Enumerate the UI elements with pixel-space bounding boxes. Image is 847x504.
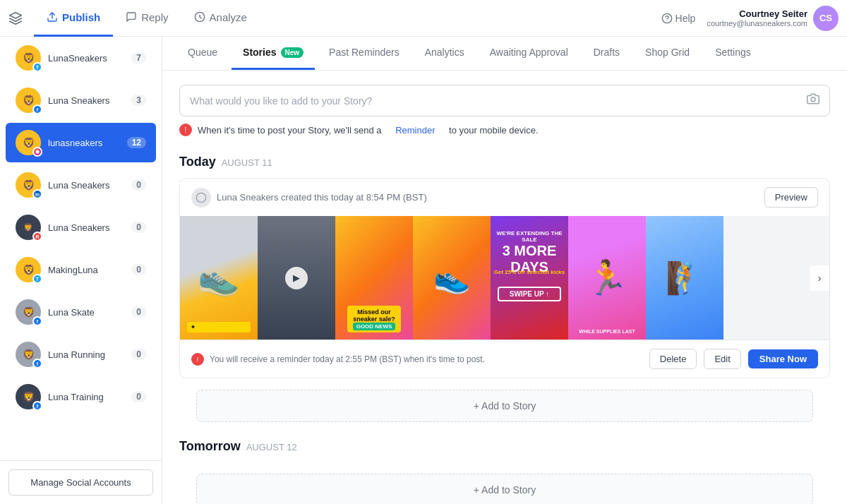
top-nav: Publish Reply Analyze Help Courtney Seit… <box>0 0 847 37</box>
tab-settings[interactable]: Settings <box>704 37 762 70</box>
main-layout: 🦁 T LunaSneakers 7 🦁 f Luna Sneakers 3 🦁… <box>0 37 847 504</box>
today-date: AUGUST 11 <box>222 157 272 168</box>
help-link[interactable]: Help <box>661 13 696 24</box>
platform-badge-twitter: T <box>32 62 42 72</box>
tomorrow-title: Tomorrow <box>179 439 241 454</box>
account-avatar: 🦁 f <box>16 384 41 409</box>
account-avatar: 🦁 T <box>16 45 41 71</box>
user-name: Courtney Seiter <box>707 8 807 19</box>
account-avatar: 🦁 R <box>16 215 41 240</box>
sidebar-item-lunasneakers-ig[interactable]: 🦁 ◉ lunasneakers 12 <box>6 123 156 162</box>
platform-badge-facebook: f <box>32 104 42 114</box>
account-avatar: 🦁 T <box>16 257 41 282</box>
story-input[interactable] <box>190 95 800 107</box>
sidebar-item-lunarunning[interactable]: 🦁 f Luna Running 0 <box>6 335 156 374</box>
platform-badge-instagram: ◉ <box>32 147 42 157</box>
platform-badge-reddit: R <box>32 232 42 241</box>
footer-reminder-icon: ! <box>191 353 204 366</box>
svg-point-4 <box>811 97 815 102</box>
story-thumb-5[interactable]: WE'RE EXTENDING THE SALE 3 MORE DAYS Get… <box>491 216 568 340</box>
sidebar: 🦁 T LunaSneakers 7 🦁 f Luna Sneakers 3 🦁… <box>0 37 162 504</box>
story-card: Luna Sneakers created this today at 8:54… <box>179 178 830 378</box>
story-thumb-3[interactable]: Missed oursneaker sale?GOOD NEWS <box>335 216 413 340</box>
story-thumb-2[interactable]: ▶ <box>258 216 335 340</box>
play-button[interactable]: ▶ <box>285 267 308 289</box>
story-image-strip: 👟 ✦ ▶ Missed oursneaker sale? <box>180 216 829 340</box>
story-input-area: ! When it's time to post your Story, we'… <box>162 71 847 143</box>
tab-past-reminders[interactable]: Past Reminders <box>318 37 411 70</box>
story-card-footer: ! You will receive a reminder today at 2… <box>180 340 829 378</box>
story-meta: Luna Sneakers created this today at 8:54… <box>191 188 427 208</box>
tomorrow-date: AUGUST 12 <box>246 442 297 452</box>
preview-button[interactable]: Preview <box>764 187 818 208</box>
reminder-icon: ! <box>179 124 192 136</box>
platform-badge-facebook: f <box>32 359 42 368</box>
tab-stories[interactable]: Stories New <box>232 37 315 70</box>
reminder-notice: ! When it's time to post your Story, we'… <box>179 124 830 136</box>
footer-reminder-text: You will receive a reminder today at 2:5… <box>210 354 485 364</box>
sidebar-item-lunaskate[interactable]: 🦁 f Luna Skate 0 <box>6 292 156 332</box>
user-email: courtney@lunasneakers.com <box>707 19 807 28</box>
delete-button[interactable]: Delete <box>649 349 697 369</box>
add-to-story-tomorrow-button[interactable]: + Add to Story <box>196 474 813 504</box>
story-meta-text: Luna Sneakers created this today at 8:54… <box>217 192 427 203</box>
tab-shop-grid[interactable]: Shop Grid <box>634 37 701 70</box>
nav-right: Help Courtney Seiter courtney@lunasneake… <box>661 6 839 31</box>
tomorrow-section: Tomorrow AUGUST 12 + Add to Story <box>162 439 847 504</box>
story-thumb-7[interactable]: 🧗 <box>646 216 723 340</box>
today-header: Today AUGUST 11 <box>179 155 830 169</box>
account-avatar: 🦁 f <box>16 88 41 113</box>
sidebar-bottom: Manage Social Accounts <box>0 460 162 504</box>
share-now-button[interactable]: Share Now <box>748 349 818 368</box>
app-logo[interactable] <box>8 11 23 25</box>
nav-tab-reply[interactable]: Reply <box>113 0 181 37</box>
footer-reminder: ! You will receive a reminder today at 2… <box>191 353 642 366</box>
tab-analytics[interactable]: Analytics <box>414 37 476 70</box>
platform-badge-facebook: f <box>32 316 42 326</box>
tab-drafts[interactable]: Drafts <box>582 37 631 70</box>
sidebar-item-lunatraining[interactable]: 🦁 f Luna Training 0 <box>6 377 156 416</box>
account-avatar: 🦁 f <box>16 299 41 325</box>
account-avatar: 🦁 f <box>16 342 41 367</box>
nav-tab-analyze[interactable]: Analyze <box>181 0 260 37</box>
platform-badge-facebook: f <box>32 401 42 411</box>
add-to-story-today-button[interactable]: + Add to Story <box>196 390 813 422</box>
story-thumb-1[interactable]: 👟 ✦ <box>180 216 258 340</box>
reminder-link[interactable]: Reminder <box>395 125 435 136</box>
edit-button[interactable]: Edit <box>704 349 740 369</box>
sidebar-item-lunasneakers-red[interactable]: 🦁 R Luna Sneakers 0 <box>6 208 156 247</box>
stories-new-badge: New <box>281 47 304 58</box>
account-avatar: 🦁 ◉ <box>16 130 41 155</box>
sidebar-item-lunasneakers-li[interactable]: 🦁 in Luna Sneakers 0 <box>6 165 156 205</box>
sidebar-item-lunasneakers-fb[interactable]: 🦁 f Luna Sneakers 3 <box>6 80 156 120</box>
story-thumb-4[interactable]: 👟 <box>413 216 491 340</box>
story-thumb-6[interactable]: 🏃 WHILE SUPPLIES LAST <box>568 216 646 340</box>
sidebar-item-makingluna[interactable]: 🦁 T MakingLuna 0 <box>6 250 156 289</box>
sub-tabs: Queue Stories New Past Reminders Analyti… <box>162 37 847 71</box>
story-card-header: Luna Sneakers created this today at 8:54… <box>180 179 829 216</box>
content-area: Queue Stories New Past Reminders Analyti… <box>162 37 847 504</box>
tab-queue[interactable]: Queue <box>176 37 229 70</box>
more-thumbs-arrow[interactable]: › <box>810 265 829 291</box>
account-avatar: 🦁 in <box>16 172 41 198</box>
user-info: Courtney Seiter courtney@lunasneakers.co… <box>707 6 839 31</box>
story-input-wrapper <box>179 85 830 116</box>
user-details: Courtney Seiter courtney@lunasneakers.co… <box>707 8 807 28</box>
story-avatar <box>191 188 211 208</box>
manage-social-accounts-button[interactable]: Manage Social Accounts <box>8 469 153 496</box>
tab-awaiting-approval[interactable]: Awaiting Approval <box>479 37 579 70</box>
platform-badge-twitter: T <box>32 274 42 284</box>
camera-icon[interactable] <box>807 92 819 109</box>
today-section: Today AUGUST 11 Luna Sneakers created th… <box>162 155 847 433</box>
today-title: Today <box>179 155 216 169</box>
sidebar-item-lunasneakers-tw[interactable]: 🦁 T LunaSneakers 7 <box>6 38 156 78</box>
platform-badge-linkedin: in <box>32 189 42 199</box>
svg-point-5 <box>196 193 205 202</box>
user-avatar[interactable]: CS <box>813 6 839 31</box>
tomorrow-header: Tomorrow AUGUST 12 <box>179 439 830 454</box>
nav-tab-publish[interactable]: Publish <box>34 0 113 37</box>
